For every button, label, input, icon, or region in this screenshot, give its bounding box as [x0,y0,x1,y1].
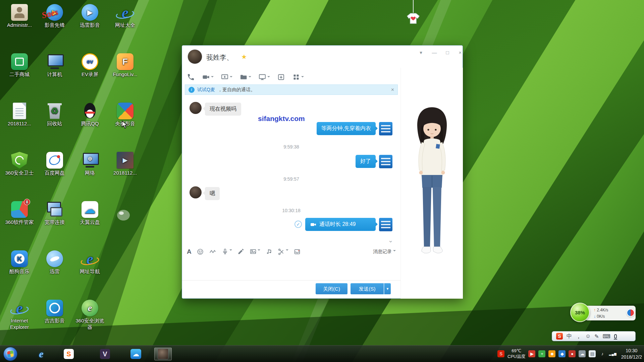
image-icon[interactable] [250,248,260,255]
desktop-icon-video-file[interactable]: ▶ 2018112... [108,152,142,176]
contact-avatar[interactable] [190,186,202,198]
desktop-icon-360-soft[interactable]: 8 360软件管家 [3,201,36,226]
call-record-bubble[interactable]: 通话时长 28:49 [305,218,376,231]
network-signal-icon[interactable]: ▂▄▆ [609,352,616,356]
taskbar-cloud-app[interactable]: ☁ [128,348,144,360]
message-list: 现在视频吗 sifangktv.com 等两分钟,先穿着内衣 9:59:38 好… [182,96,400,245]
taskbar-sogou-browser[interactable]: S [61,348,76,360]
self-avatar[interactable] [379,218,392,231]
desktop-icon-baidu-netdisk[interactable]: 百度网盘 [38,152,71,176]
icon-label: 影音先锋 [38,22,71,28]
self-avatar[interactable] [379,155,392,168]
send-file-icon[interactable] [239,72,251,81]
icon-label: 计算机 [38,71,71,78]
sogou-logo-icon[interactable]: S [556,333,563,340]
screen-capture-icon[interactable] [278,248,288,255]
tray-player-icon[interactable]: ▶ [528,350,535,357]
ime-language-toggle[interactable]: 中 [567,333,572,340]
contact-avatar[interactable] [190,102,202,114]
notice-link[interactable]: 试试Q麦 [197,87,215,93]
desktop-icon-doc[interactable]: 2018112... [3,103,36,127]
create-group-icon[interactable] [277,72,285,81]
desktop-icon-kugou[interactable]: K 酷狗音乐 [3,250,36,275]
memory-ball[interactable]: 38% [570,303,590,322]
desktop-icon-broadband[interactable]: 宽带连接 [38,201,71,226]
taskbar-active-chat[interactable] [154,348,172,360]
ev-logo-icon: ev [82,53,98,70]
accelerate-ball-icon[interactable] [627,309,635,317]
icon-label: 回收站 [38,121,71,127]
desktop-icon-computer[interactable]: 计算机 [38,53,71,78]
ime-punctuation-toggle[interactable]: ， [576,335,582,338]
tray-security-icon[interactable]: ● [569,350,576,357]
desktop-icon-recycle-bin[interactable]: ♻ 回收站 [38,103,71,127]
desktop-icon-xunlei-player[interactable]: ▶ 迅雷影音 [73,4,107,28]
audio-message-icon[interactable] [221,248,232,255]
desktop-icon-tencent-qq[interactable]: 腾讯QQ [73,103,107,127]
desktop-icon-xfplay[interactable]: ▶ Saes 影音先锋 [38,4,71,28]
tray-contact-icon[interactable]: ☻ [548,350,555,357]
traffic-monitor[interactable]: ↑ 2.4K/s ↓ 0K/s 38% [570,303,636,324]
remote-desktop-icon[interactable] [258,72,270,81]
ime-pen-icon[interactable]: ✎ [594,333,599,340]
video-call-icon [310,221,317,228]
taskbar-internet-explorer[interactable]: e [34,348,49,360]
tray-cloud-icon[interactable]: ☁ [579,350,586,357]
cpu-temp: 69℃CPU温度 [507,348,525,359]
skin-menu-button[interactable]: ▾ [415,48,427,57]
minimize-button[interactable]: — [428,48,440,57]
emoji-icon[interactable] [197,248,204,255]
screenshot-icon[interactable] [221,72,232,81]
contact-avatar[interactable] [187,49,202,64]
close-window-button[interactable]: × [454,48,466,57]
tray-sogou-icon[interactable]: S [497,350,504,357]
desktop-icon-thunder[interactable]: 迅雷 [38,250,71,275]
icon-label: 网络 [73,170,107,176]
desktop-icon-ev-recorder[interactable]: ev EV录屏 [73,53,107,78]
message-history-button[interactable]: 消息记录 [373,249,396,255]
contact-name: 莪姓李、 [206,53,233,62]
apps-grid-icon[interactable] [292,72,304,81]
desktop-icon-wangzhi-daquan[interactable]: e 网址大全 [108,4,142,28]
desktop-icon-cloud189[interactable]: ☁ 天翼云盘 [73,201,107,226]
music-icon[interactable] [265,248,273,255]
scroll-down-icon[interactable]: ⌄ [388,237,393,244]
taskbar-clock[interactable]: 10:302018/12/2 [620,348,642,360]
desktop-icon-internet-explorer[interactable]: e Internet Explorer [3,300,36,330]
water-droplet [117,210,130,221]
upload-arrow-icon: ↑ [594,308,596,312]
video-call-icon[interactable] [202,72,214,81]
ime-emoji-icon[interactable]: ☺ [585,333,591,339]
self-avatar[interactable] [379,122,392,135]
ime-keyboard-icon[interactable]: ⌨ [603,333,610,340]
tray-add-icon[interactable]: + [538,350,545,357]
start-button[interactable] [3,347,17,361]
desktop-icon-network[interactable]: ⊕ 网络 [73,152,107,176]
tray-clipboard-icon[interactable]: ▤ [589,350,596,357]
send-options-caret[interactable]: ▼ [384,283,391,294]
ime-mic-icon[interactable] [614,334,617,339]
volume-icon[interactable]: ♪ [599,350,606,357]
voice-call-icon[interactable] [187,72,195,81]
delivered-check-icon: ✓ [294,221,302,228]
desktop-icon-360-browser[interactable]: e 360安全浏览器 [73,300,107,330]
desktop-icon-ershou-mall[interactable]: 二手商城 [3,53,36,78]
desktop-icon-jiji-player[interactable]: 吉吉影音 [38,300,71,324]
desktop-icon-fungolive[interactable]: F FungoLiv... [108,53,142,78]
close-chat-button[interactable]: 关闭(C) [316,283,347,294]
taskbar-xfplay[interactable]: V [97,348,113,360]
desktop-icon-360-safe[interactable]: 360安全卫士 [3,152,36,176]
message-box-icon[interactable] [293,248,301,255]
tray-netdisk-icon[interactable]: ◆ [558,350,566,357]
font-icon[interactable]: A [187,248,192,255]
notification-badge: 8 [24,199,30,205]
notice-close-icon[interactable]: × [391,87,394,93]
desktop-icon-web-nav[interactable]: e 网址导航 [73,250,107,275]
user-folder-icon [11,4,28,21]
desktop-icon-administrator[interactable]: Administr... [3,4,36,28]
maximize-button[interactable]: □ [441,48,453,57]
shake-window-icon[interactable] [209,248,216,255]
send-button[interactable]: 发送(S) [351,283,384,294]
handwriting-icon[interactable] [237,248,245,255]
message-row: 等两分钟,先穿着内衣 [317,122,400,135]
